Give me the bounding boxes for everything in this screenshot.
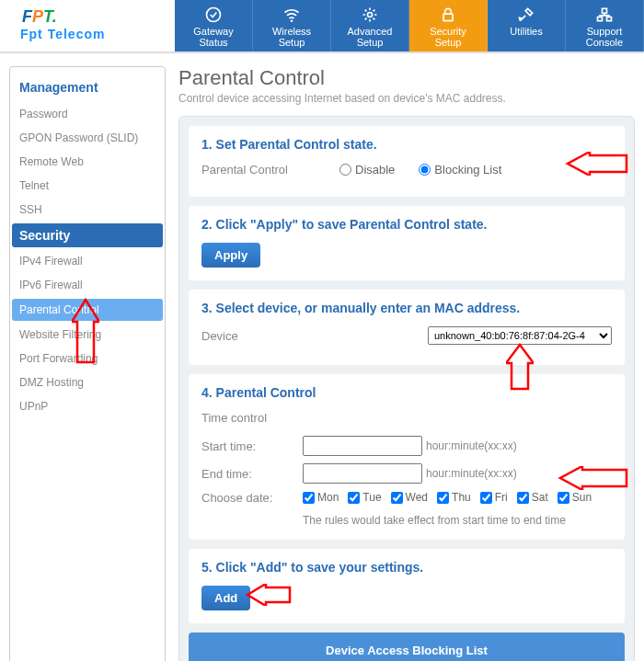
gear-icon bbox=[359, 6, 381, 24]
parental-control-label: Parental Control bbox=[201, 163, 303, 177]
sidebar-item-remote-web[interactable]: Remote Web bbox=[10, 150, 165, 174]
sidebar-item-ipv4-firewall[interactable]: IPv4 Firewall bbox=[10, 249, 165, 273]
sidebar-item-port-forwarding[interactable]: Port Forwarding bbox=[10, 347, 165, 370]
annotation-arrow-icon bbox=[246, 584, 292, 606]
sidebar-group-management: Management bbox=[10, 71, 165, 102]
device-select[interactable]: unknown_40:b0:76:8f:87:04-2G-4 bbox=[428, 326, 612, 345]
nav-gateway-status[interactable]: GatewayStatus bbox=[175, 0, 253, 51]
step1-title: 1. Set Parental Control state. bbox=[201, 137, 612, 152]
day-mon[interactable]: Mon bbox=[303, 491, 339, 504]
nav-utilities[interactable]: Utilities bbox=[488, 0, 566, 51]
day-fri[interactable]: Fri bbox=[480, 491, 508, 504]
lock-icon bbox=[437, 6, 459, 24]
nav-security-setup[interactable]: SecuritySetup bbox=[409, 0, 488, 51]
nav-support-console[interactable]: SupportConsole bbox=[566, 0, 644, 51]
svg-rect-6 bbox=[607, 17, 612, 21]
support-icon bbox=[593, 6, 615, 24]
check-circle-icon bbox=[202, 6, 224, 24]
step3-title: 3. Select device, or manually enter an M… bbox=[201, 301, 612, 315]
step5-title: 5. Click "Add" to save your settings. bbox=[201, 560, 612, 575]
wifi-icon bbox=[281, 6, 303, 24]
end-time-hint: hour:minute(xx:xx) bbox=[426, 467, 517, 480]
page-title: Parental Control bbox=[178, 66, 635, 90]
svg-rect-5 bbox=[598, 17, 603, 21]
sidebar: Management Password GPON Password (SLID)… bbox=[9, 66, 166, 661]
apply-button[interactable]: Apply bbox=[201, 243, 260, 268]
start-time-hint: hour:minute(xx:xx) bbox=[426, 439, 517, 452]
svg-point-1 bbox=[291, 19, 293, 21]
sidebar-item-parental-control[interactable]: Parental Control bbox=[12, 299, 163, 321]
blocking-list: Device Access Blocking List Device Name … bbox=[189, 633, 625, 661]
day-sun[interactable]: Sun bbox=[558, 491, 592, 504]
choose-date-label: Choose date: bbox=[201, 491, 303, 505]
nav-wireless-setup[interactable]: WirelessSetup bbox=[253, 0, 331, 51]
sidebar-item-ipv6-firewall[interactable]: IPv6 Firewall bbox=[10, 273, 165, 297]
day-thu[interactable]: Thu bbox=[437, 491, 471, 504]
sidebar-group-security: Security bbox=[12, 223, 163, 247]
end-time-label: End time: bbox=[201, 467, 303, 481]
sidebar-item-ssh[interactable]: SSH bbox=[10, 198, 165, 222]
day-tue[interactable]: Tue bbox=[348, 491, 381, 504]
svg-point-0 bbox=[207, 8, 221, 22]
brand-block: FPT. Fpt Telecom bbox=[0, 0, 175, 51]
start-time-label: Start time: bbox=[201, 439, 303, 453]
top-nav: GatewayStatus WirelessSetup AdvancedSetu… bbox=[175, 0, 644, 51]
sidebar-item-telnet[interactable]: Telnet bbox=[10, 174, 165, 198]
radio-disable[interactable]: Disable bbox=[339, 163, 395, 177]
brand-name: Fpt Telecom bbox=[20, 27, 175, 41]
day-wed[interactable]: Wed bbox=[391, 491, 428, 504]
tools-icon bbox=[515, 6, 537, 24]
add-button[interactable]: Add bbox=[201, 586, 250, 610]
end-time-input[interactable] bbox=[303, 463, 422, 484]
device-label: Device bbox=[201, 329, 303, 343]
step4-title: 4. Parental Control bbox=[201, 385, 612, 400]
sidebar-item-upnp[interactable]: UPnP bbox=[10, 394, 165, 418]
start-time-input[interactable] bbox=[303, 436, 422, 456]
page-subtitle: Control device accessing Internet based … bbox=[178, 92, 635, 105]
svg-rect-3 bbox=[443, 14, 453, 20]
main: Parental Control Control device accessin… bbox=[178, 66, 635, 661]
step2-title: 2. Click "Apply" to save Parental Contro… bbox=[201, 217, 612, 232]
day-sat[interactable]: Sat bbox=[517, 491, 548, 504]
blocking-list-title: Device Access Blocking List bbox=[189, 633, 625, 661]
logo-fpt: FPT. bbox=[20, 7, 59, 27]
radio-blocking-list[interactable]: Blocking List bbox=[419, 163, 501, 177]
rules-note: The rules would take effect from start t… bbox=[303, 514, 612, 527]
svg-rect-4 bbox=[603, 8, 607, 13]
nav-advanced-setup[interactable]: AdvancedSetup bbox=[331, 0, 409, 51]
sidebar-item-password[interactable]: Password bbox=[10, 102, 165, 126]
sidebar-item-gpon-password[interactable]: GPON Password (SLID) bbox=[10, 126, 165, 150]
time-control-label: Time control bbox=[201, 411, 612, 425]
sidebar-item-dmz-hosting[interactable]: DMZ Hosting bbox=[10, 370, 165, 394]
sidebar-item-website-filtering[interactable]: Website Filtering bbox=[10, 323, 165, 347]
svg-point-2 bbox=[368, 13, 373, 17]
